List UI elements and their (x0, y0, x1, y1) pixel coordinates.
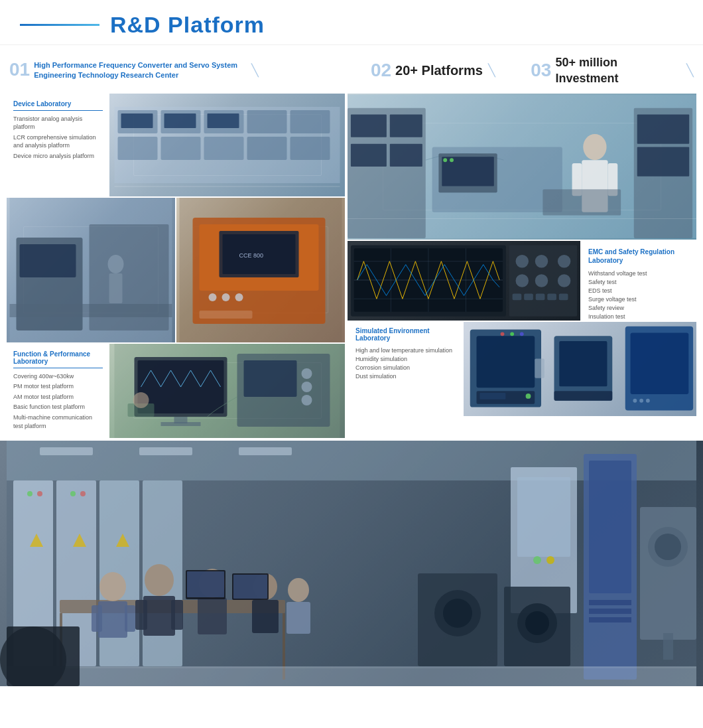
svg-rect-146 (589, 617, 631, 622)
device-lab-item-1: Transistor analog analysis platform (13, 115, 103, 131)
svg-point-74 (535, 255, 548, 268)
svg-point-40 (302, 382, 312, 392)
svg-rect-133 (287, 602, 310, 634)
svg-rect-88 (479, 393, 505, 400)
svg-point-39 (302, 368, 312, 379)
svg-rect-10 (290, 137, 330, 160)
svg-rect-94 (631, 332, 689, 394)
svg-rect-62 (637, 147, 690, 176)
function-row: Function & Performance Laboratory Coveri… (7, 344, 345, 438)
svg-point-29 (222, 293, 230, 301)
svg-rect-83 (559, 293, 568, 300)
svg-point-113 (27, 491, 32, 496)
header-accent-line (20, 24, 99, 26)
section-arrow-1: ╲ (251, 63, 259, 78)
emc-item-6: Insulation test (588, 313, 688, 320)
svg-point-73 (516, 255, 529, 268)
svg-point-153 (443, 599, 472, 628)
oscilloscope-image (348, 241, 580, 321)
svg-point-30 (235, 293, 243, 301)
svg-point-149 (655, 534, 681, 560)
function-lab-item-2: PM motor test platform (13, 382, 103, 391)
svg-point-51 (583, 134, 606, 160)
device-lab-row: Device Laboratory Transistor analog anal… (7, 94, 345, 196)
svg-rect-144 (589, 600, 631, 605)
svg-rect-17 (20, 244, 76, 277)
sim-item-1: High and low temperature simulation (355, 347, 456, 354)
section-text-3: 50+ million Investment (555, 54, 681, 87)
device-lab-title: Device Laboratory (13, 100, 103, 111)
emc-item-1: Withstand voltage test (588, 270, 688, 277)
section-num-2: 02 (371, 61, 391, 80)
section-num-3: 03 (531, 61, 551, 80)
svg-point-89 (526, 394, 531, 399)
emc-item-3: EDS test (588, 287, 688, 294)
svg-rect-85 (477, 336, 535, 388)
machine-img-2: CCE 800 (176, 198, 345, 342)
simulated-lab-info: Simulated Environment Laboratory High an… (348, 322, 464, 416)
svg-point-95 (633, 398, 637, 402)
function-lab-item-5: Multi-machine communication test platfor… (13, 413, 103, 430)
emc-lab-items: Withstand voltage test Safety test EDS t… (588, 270, 688, 328)
sim-item-4: Dust simulation (355, 373, 456, 380)
page-title: R&D Platform (110, 12, 265, 38)
device-lab-item-3: Device micro analysis platform (13, 152, 103, 161)
svg-rect-150 (663, 633, 673, 660)
svg-rect-8 (247, 137, 287, 160)
page-header: R&D Platform (0, 0, 703, 45)
section-label-2: 02 20+ Platforms ╲ (335, 61, 531, 80)
svg-text:CCE 800: CCE 800 (239, 252, 264, 259)
svg-point-97 (646, 398, 650, 402)
svg-rect-11 (121, 113, 153, 128)
function-lab-image (109, 344, 345, 438)
function-lab-title: Function & Performance Laboratory (13, 350, 103, 368)
simulated-env-row: Simulated Environment Laboratory High an… (348, 322, 696, 416)
section-arrow-2: ╲ (488, 63, 495, 78)
section-text-1: High Performance Frequency Converter and… (34, 60, 246, 80)
svg-rect-126 (135, 600, 147, 630)
main-content: Device Laboratory Transistor analog anal… (0, 94, 703, 438)
svg-rect-121 (98, 601, 127, 638)
svg-rect-92 (554, 391, 613, 401)
function-lab-item-4: Basic function test platform (13, 403, 103, 411)
emc-item-5: Safety review (588, 305, 688, 311)
svg-rect-135 (187, 571, 224, 597)
emc-lab-info: EMC and Safety Regulation Laboratory Wit… (580, 241, 696, 321)
svg-point-115 (70, 491, 76, 496)
svg-rect-79 (513, 293, 522, 300)
svg-rect-103 (40, 447, 93, 455)
svg-point-114 (37, 491, 42, 496)
svg-rect-127 (171, 600, 183, 630)
svg-rect-61 (637, 114, 690, 143)
svg-point-77 (535, 274, 548, 287)
svg-rect-123 (125, 605, 135, 632)
svg-rect-49 (390, 143, 422, 166)
svg-rect-122 (92, 605, 102, 632)
svg-rect-91 (559, 341, 607, 386)
svg-rect-105 (239, 447, 292, 455)
sim-item-2: Humidity simulation (355, 356, 456, 362)
svg-rect-36 (161, 422, 201, 426)
svg-rect-31 (200, 311, 253, 319)
machines-row: CCE 800 (7, 198, 345, 342)
svg-rect-12 (164, 113, 196, 128)
svg-rect-21 (90, 224, 169, 330)
svg-point-78 (558, 274, 571, 287)
svg-point-58 (443, 158, 447, 162)
svg-rect-13 (208, 113, 239, 128)
svg-point-59 (450, 158, 454, 162)
svg-point-140 (533, 556, 541, 564)
section-num-1: 01 (9, 60, 30, 79)
section-arrow-3: ╲ (686, 63, 694, 78)
svg-rect-137 (233, 575, 267, 599)
svg-rect-7 (247, 110, 287, 133)
svg-rect-6 (204, 137, 244, 160)
section-text-2: 20+ Platforms (395, 62, 483, 80)
svg-rect-80 (524, 293, 533, 300)
svg-point-132 (288, 578, 309, 602)
svg-point-41 (302, 395, 312, 405)
svg-point-98 (501, 332, 505, 336)
svg-point-141 (546, 556, 554, 564)
svg-rect-129 (198, 598, 227, 634)
svg-point-43 (133, 392, 149, 408)
